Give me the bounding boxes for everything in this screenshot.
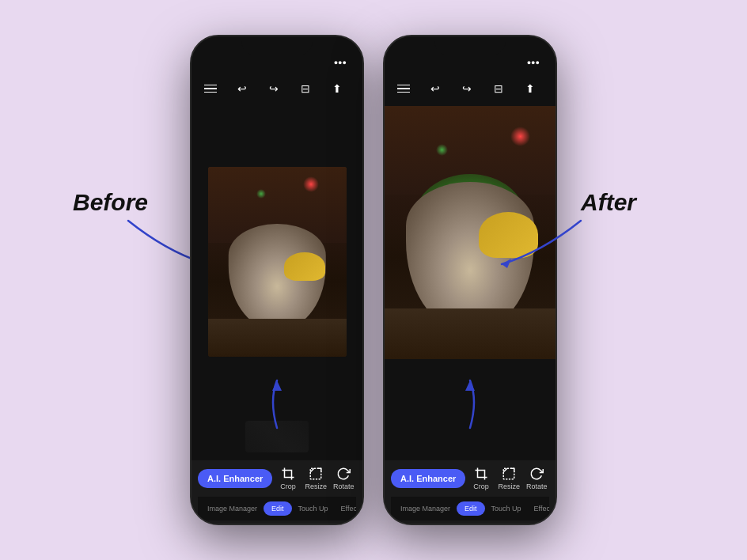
rotate-icon-after	[529, 467, 544, 481]
undo-button-before[interactable]: ↩	[229, 76, 255, 101]
nav-tabs-after: Image Manager Edit Touch Up Effects Arts	[391, 497, 549, 520]
annotation-arrow-before	[245, 376, 309, 432]
undo-button-after[interactable]: ↩	[423, 76, 448, 101]
crop-label-before: Crop	[280, 482, 296, 490]
before-phone: ●●● ↩ ↪ ⊟ ⬆	[190, 35, 364, 525]
frames-button-after[interactable]: ⊟	[486, 76, 511, 101]
before-phone-content: ●●● ↩ ↪ ⊟ ⬆	[191, 36, 362, 524]
top-toolbar-before: ↩ ↪ ⊟ ⬆	[191, 71, 362, 106]
photo-before	[208, 167, 347, 357]
annotation-arrow-after	[438, 376, 502, 432]
notch-after	[434, 36, 506, 55]
tab-effects-before[interactable]: Effects	[335, 501, 356, 516]
food-image-before	[208, 167, 347, 357]
image-area-before	[191, 106, 362, 413]
tab-effects-after[interactable]: Effects	[528, 501, 549, 516]
svg-marker-5	[502, 259, 511, 268]
crop-icon-before	[281, 467, 295, 481]
resize-tool-after[interactable]: Resize	[497, 467, 521, 490]
after-phone-wrapper: ●●● ↩ ↪ ⊟ ⬆	[383, 35, 557, 525]
before-phone-wrapper: ●●● ↩ ↪ ⊟ ⬆	[190, 35, 364, 525]
share-button-before[interactable]: ⬆	[324, 76, 350, 101]
rotate-tool-after[interactable]: Rotate	[525, 467, 549, 490]
resize-label-after: Resize	[498, 482, 520, 490]
menu-icon-before[interactable]	[204, 85, 217, 93]
tab-edit-before[interactable]: Edit	[264, 501, 292, 516]
top-toolbar-after: ↩ ↪ ⊟ ⬆	[385, 71, 556, 106]
rotate-label-after: Rotate	[526, 482, 548, 490]
before-label: Before	[73, 189, 148, 216]
nav-tabs-before: Image Manager Edit Touch Up Effects Arts	[198, 497, 356, 520]
comparison-container: Before ●●●	[190, 35, 557, 525]
toolbar-left-before	[204, 85, 217, 93]
toolbar-left-after	[397, 85, 410, 93]
resize-tool-before[interactable]: Resize	[304, 467, 328, 490]
crop-tool-before[interactable]: Crop	[275, 467, 300, 490]
resize-icon-after	[502, 467, 516, 481]
ai-enhancer-button-before[interactable]: A.I. Enhancer	[198, 469, 272, 488]
tools-row-before: A.I. Enhancer Crop	[198, 467, 356, 490]
toolbar-actions-after: ↩ ↪ ⊟ ⬆	[423, 76, 543, 101]
after-label: After	[581, 189, 636, 215]
notch-before	[241, 36, 313, 55]
tab-edit-after[interactable]: Edit	[457, 501, 485, 516]
rotate-icon-before	[336, 467, 351, 481]
rotate-label-before: Rotate	[333, 482, 355, 490]
tab-touchup-after[interactable]: Touch Up	[485, 501, 528, 516]
after-phone-content: ●●● ↩ ↪ ⊟ ⬆	[385, 36, 556, 524]
resize-label-before: Resize	[305, 482, 327, 490]
crop-tool-after[interactable]: Crop	[468, 467, 493, 490]
tools-row-after: A.I. Enhancer Crop	[391, 467, 549, 490]
svg-marker-4	[465, 380, 475, 391]
redo-button-after[interactable]: ↪	[454, 76, 480, 101]
tools-area-after: A.I. Enhancer Crop	[385, 460, 556, 524]
resize-icon-before	[309, 467, 323, 481]
svg-marker-2	[272, 380, 282, 391]
tab-image-manager-before[interactable]: Image Manager	[201, 501, 264, 516]
ai-enhancer-button-after[interactable]: A.I. Enhancer	[391, 469, 465, 488]
after-arrow	[494, 213, 589, 276]
crop-icon-after	[474, 467, 488, 481]
rotate-tool-before[interactable]: Rotate	[332, 467, 356, 490]
share-button-after[interactable]: ⬆	[518, 76, 543, 101]
redo-button-before[interactable]: ↪	[261, 76, 286, 101]
after-phone: ●●● ↩ ↪ ⊟ ⬆	[383, 35, 557, 525]
toolbar-actions-before: ↩ ↪ ⊟ ⬆	[229, 76, 350, 101]
tab-image-manager-after[interactable]: Image Manager	[394, 501, 457, 516]
menu-icon-after[interactable]	[397, 85, 410, 93]
tab-touchup-before[interactable]: Touch Up	[292, 501, 335, 516]
frames-button-before[interactable]: ⊟	[293, 76, 318, 101]
crop-label-after: Crop	[473, 482, 489, 490]
tools-area-before: A.I. Enhancer Crop	[191, 460, 362, 524]
